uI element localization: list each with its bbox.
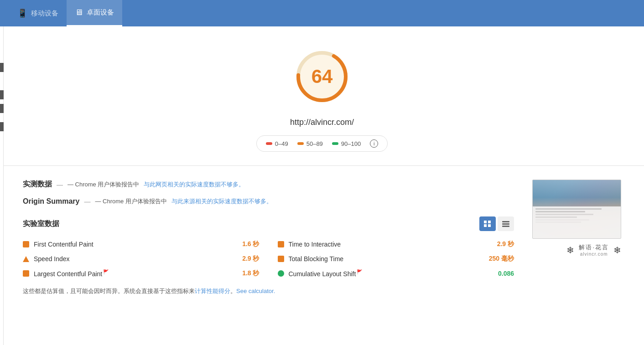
view-toggle bbox=[479, 216, 514, 231]
cls-flag: 🚩 bbox=[357, 269, 362, 274]
metric-cls: Cumulative Layout Shift🚩 0.086 bbox=[278, 269, 514, 278]
right-panel: ❄ 解语·花言 alvincr.com ❄ bbox=[532, 180, 621, 296]
si-value: 2.9 秒 bbox=[242, 255, 259, 263]
tti-icon bbox=[278, 241, 284, 247]
field-data-dash: — bbox=[57, 181, 63, 188]
tbt-icon bbox=[278, 256, 284, 262]
field-data-header: 实测数据 — — Chrome 用户体验报告中 与此网页相关的实际速度数据不够多… bbox=[23, 180, 514, 189]
footer-text: 这些都是估算值，且可能会因时而异。系统会直接基于这些指标来 bbox=[23, 288, 195, 294]
svg-rect-7 bbox=[502, 221, 509, 222]
tab-desktop[interactable]: 🖥 卓面设备 bbox=[67, 0, 122, 26]
svg-rect-4 bbox=[488, 221, 491, 223]
info-icon[interactable]: i bbox=[370, 139, 378, 148]
sidebar-indicator bbox=[0, 122, 4, 131]
fcp-value: 1.6 秒 bbox=[242, 240, 259, 248]
data-sections: 实测数据 — — Chrome 用户体验报告中 与此网页相关的实际速度数据不够多… bbox=[0, 166, 644, 296]
tab-mobile-label: 移动设备 bbox=[31, 9, 58, 18]
score-section: 64 http://alvincr.com/ 0–49 50–89 90–100… bbox=[0, 26, 644, 166]
lcp-flag: 🚩 bbox=[103, 269, 109, 274]
sidebar-indicator bbox=[0, 104, 4, 113]
mobile-icon: 📱 bbox=[17, 8, 27, 18]
legend-item-orange: 50–89 bbox=[297, 140, 323, 147]
cls-name: Cumulative Layout Shift🚩 bbox=[289, 269, 493, 278]
sidebar-indicator bbox=[0, 90, 4, 99]
watermark-snowflake-left: ❄ bbox=[566, 245, 574, 256]
si-name: Speed Index bbox=[34, 255, 238, 263]
metric-lcp: Largest Contentful Paint🚩 1.8 秒 bbox=[23, 269, 260, 278]
watermark-snowflake-right: ❄ bbox=[613, 245, 621, 256]
lab-section: 实验室数据 bbox=[23, 216, 514, 296]
toggle-list-btn[interactable] bbox=[498, 216, 514, 231]
legend-item-red: 0–49 bbox=[266, 140, 288, 147]
field-data-link[interactable]: 与此网页相关的实际速度数据不够多。 bbox=[144, 180, 244, 189]
footer-note: 这些都是估算值，且可能会因时而异。系统会直接基于这些指标来计算性能得分。See … bbox=[23, 287, 514, 296]
origin-summary-title: Origin Summary bbox=[23, 197, 79, 206]
footer-calc-link[interactable]: 计算性能得分 bbox=[195, 288, 230, 294]
origin-desc: — Chrome 用户体验报告中 bbox=[95, 197, 166, 206]
tab-desktop-label: 卓面设备 bbox=[87, 8, 114, 17]
lcp-value: 1.8 秒 bbox=[242, 269, 259, 278]
tti-name: Time to Interactive bbox=[289, 241, 493, 248]
metrics-grid: First Contentful Paint 1.6 秒 Time to Int… bbox=[23, 240, 514, 278]
tbt-name: Total Blocking Time bbox=[289, 255, 484, 263]
tab-mobile[interactable]: 📱 移动设备 bbox=[9, 0, 67, 26]
lab-title: 实验室数据 bbox=[23, 219, 59, 229]
origin-link[interactable]: 与此来源相关的实际速度数据不够多。 bbox=[171, 197, 272, 206]
desktop-icon: 🖥 bbox=[75, 8, 83, 17]
toggle-grid-btn[interactable] bbox=[479, 216, 496, 231]
lcp-name: Largest Contentful Paint🚩 bbox=[34, 269, 238, 278]
field-data-section: 实测数据 — — Chrome 用户体验报告中 与此网页相关的实际速度数据不够多… bbox=[23, 180, 514, 189]
left-panel: 实测数据 — — Chrome 用户体验报告中 与此网页相关的实际速度数据不够多… bbox=[23, 180, 514, 296]
metric-si: Speed Index 2.9 秒 bbox=[23, 255, 260, 263]
si-icon bbox=[23, 256, 29, 262]
site-url: http://alvincr.com/ bbox=[290, 118, 354, 127]
legend-label-red: 0–49 bbox=[275, 140, 288, 147]
legend-label-orange: 50–89 bbox=[306, 140, 323, 147]
watermark-section: ❄ 解语·花言 alvincr.com ❄ bbox=[532, 243, 621, 257]
grid-icon bbox=[484, 221, 491, 227]
watermark-brand-text: 解语·花言 alvincr.com bbox=[579, 243, 609, 257]
legend: 0–49 50–89 90–100 i bbox=[256, 135, 388, 152]
lcp-icon bbox=[23, 270, 29, 277]
legend-dot-red bbox=[266, 142, 272, 145]
svg-rect-5 bbox=[484, 224, 487, 227]
lab-header: 实验室数据 bbox=[23, 216, 514, 231]
tbt-value: 250 毫秒 bbox=[489, 255, 514, 263]
origin-dash: — bbox=[84, 198, 90, 205]
fcp-name: First Contentful Paint bbox=[34, 241, 238, 248]
metric-tbt: Total Blocking Time 250 毫秒 bbox=[278, 255, 514, 263]
metric-fcp: First Contentful Paint 1.6 秒 bbox=[23, 240, 260, 248]
main-content: 64 http://alvincr.com/ 0–49 50–89 90–100… bbox=[0, 26, 644, 314]
svg-rect-3 bbox=[484, 221, 487, 223]
field-data-title: 实测数据 bbox=[23, 180, 52, 189]
sidebar-indicator bbox=[0, 63, 4, 72]
watermark-domain: alvincr.com bbox=[579, 252, 609, 257]
watermark-brand: 解语·花言 bbox=[579, 243, 609, 252]
field-data-desc: — Chrome 用户体验报告中 bbox=[68, 180, 139, 189]
score-value: 64 bbox=[312, 66, 333, 88]
origin-summary-section: Origin Summary — — Chrome 用户体验报告中 与此来源相关… bbox=[23, 197, 514, 206]
cls-icon bbox=[278, 270, 284, 277]
metric-tti: Time to Interactive 2.9 秒 bbox=[278, 240, 514, 248]
fcp-icon bbox=[23, 241, 29, 247]
tti-value: 2.9 秒 bbox=[497, 240, 514, 248]
legend-dot-green bbox=[332, 142, 338, 145]
legend-item-green: 90–100 bbox=[332, 140, 361, 147]
score-ring: 64 bbox=[290, 45, 354, 108]
svg-rect-8 bbox=[502, 223, 509, 225]
footer-calc-link2[interactable]: See calculator. bbox=[236, 288, 275, 294]
svg-rect-6 bbox=[488, 224, 491, 227]
site-thumbnail bbox=[532, 180, 621, 239]
legend-dot-orange bbox=[297, 142, 304, 145]
tab-bar: 📱 移动设备 🖥 卓面设备 bbox=[0, 0, 644, 26]
origin-summary-header: Origin Summary — — Chrome 用户体验报告中 与此来源相关… bbox=[23, 197, 514, 206]
cls-value: 0.086 bbox=[498, 270, 514, 277]
list-icon bbox=[502, 221, 509, 227]
svg-rect-9 bbox=[502, 226, 509, 227]
legend-label-green: 90–100 bbox=[341, 140, 361, 147]
